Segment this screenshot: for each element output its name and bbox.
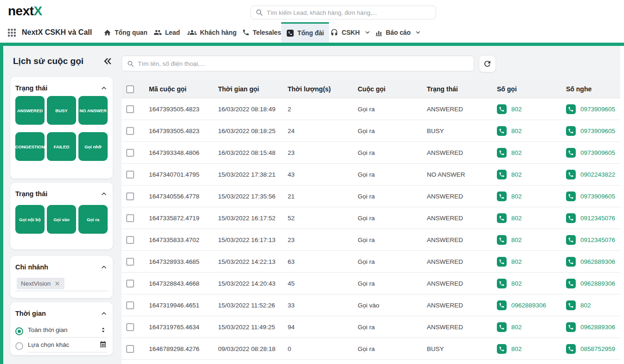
scrollbar-track[interactable] bbox=[620, 46, 624, 364]
cell-caller-number[interactable]: 802 bbox=[511, 215, 522, 222]
time-option-all[interactable]: Toàn thời gian bbox=[15, 325, 108, 338]
phone-icon bbox=[566, 148, 576, 158]
chevron-up-icon[interactable] bbox=[100, 310, 108, 317]
cell-caller-number[interactable]: 802 bbox=[511, 345, 522, 352]
table-header-row: Mã cuộc gọi Thời gian gọi Thời lượng(s) … bbox=[122, 80, 624, 98]
nav-item-lead[interactable]: Lead bbox=[154, 22, 180, 43]
cell-callee-number[interactable]: 0973909605 bbox=[580, 106, 615, 113]
nav-item-label: Tổng quan bbox=[115, 29, 148, 36]
nav-item-tong-dai[interactable]: Tổng đài bbox=[281, 22, 329, 43]
row-checkbox[interactable] bbox=[126, 280, 134, 287]
filter-button-busy[interactable]: BUSY bbox=[47, 96, 76, 125]
row-checkbox[interactable] bbox=[126, 301, 134, 309]
collapse-sidebar-button[interactable] bbox=[103, 56, 113, 66]
cell-callee-number[interactable]: 0962889306 bbox=[580, 280, 615, 287]
cell-callee-number[interactable]: 0962889306 bbox=[580, 324, 615, 331]
table-row[interactable]: 1647319765.4634 15/03/2022 11:49:25 94 G… bbox=[122, 316, 624, 338]
global-search-input[interactable]: Tìm kiếm Lead, khách hàng, đơn hàng,... bbox=[251, 6, 436, 19]
filter-button-goi-nho[interactable]: Gọi nhỡ bbox=[78, 132, 108, 161]
row-checkbox[interactable] bbox=[126, 345, 134, 353]
row-checkbox[interactable] bbox=[126, 171, 134, 179]
row-checkbox[interactable] bbox=[126, 192, 134, 200]
chevron-up-icon[interactable] bbox=[100, 84, 108, 92]
cell-callee-number[interactable]: 0858752959 bbox=[580, 345, 615, 352]
cell-callee-number[interactable]: 0912345076 bbox=[580, 236, 615, 243]
cell-call-id: 1647335833.4702 bbox=[149, 236, 218, 243]
col-header-so-goi: Số gọi bbox=[497, 85, 566, 93]
table-row[interactable]: 1647393505.4823 16/03/2022 08:18:25 24 G… bbox=[122, 120, 624, 142]
cell-duration: 94 bbox=[288, 324, 358, 331]
filter-button-answered[interactable]: ANSWERED bbox=[15, 96, 45, 125]
cell-call-time: 15/03/2022 14:22:13 bbox=[218, 258, 288, 265]
cell-callee-number[interactable]: 0973909605 bbox=[580, 193, 615, 200]
sort-icon[interactable] bbox=[100, 326, 107, 333]
cell-callee-number[interactable]: 0962889306 bbox=[580, 258, 615, 265]
branch-tag-label: NextVision bbox=[21, 280, 51, 287]
filter-button-goi-vao[interactable]: Gọi vào bbox=[47, 205, 76, 234]
table-row[interactable]: 1647340556.4778 15/03/2022 17:35:56 21 G… bbox=[122, 185, 624, 207]
chevron-up-icon[interactable] bbox=[100, 263, 108, 271]
table-row[interactable]: 1647393505.4823 16/03/2022 08:18:49 2 Gọ… bbox=[122, 98, 624, 120]
calendar-icon[interactable] bbox=[99, 341, 107, 348]
nav-item-tong-quan[interactable]: Tổng quan bbox=[103, 22, 148, 43]
table-search-input[interactable]: Tìm tên, số điện thoại,... bbox=[122, 56, 474, 71]
table-row[interactable]: 1647335872.4719 15/03/2022 16:17:52 52 G… bbox=[122, 207, 624, 229]
nav-item-cskh[interactable]: CSKH bbox=[330, 22, 370, 43]
filter-button-goi-ra[interactable]: Gọi ra bbox=[78, 205, 108, 234]
filter-button-no-answer[interactable]: NO ANSWER bbox=[78, 96, 108, 125]
cell-caller-number[interactable]: 802 bbox=[511, 171, 522, 178]
filter-button-failed[interactable]: FAILED bbox=[47, 132, 76, 161]
row-checkbox[interactable] bbox=[126, 105, 134, 113]
nav-item-bao-cao[interactable]: Báo cáo bbox=[375, 22, 422, 43]
radio-selected[interactable] bbox=[15, 327, 23, 335]
radio-unselected[interactable] bbox=[15, 342, 23, 350]
cell-call-id: 1647319765.4634 bbox=[149, 324, 218, 331]
chevron-up-icon[interactable] bbox=[100, 190, 108, 198]
cell-caller-number[interactable]: 802 bbox=[511, 193, 522, 200]
cell-call-id: 1647393505.4823 bbox=[149, 106, 218, 113]
row-checkbox[interactable] bbox=[126, 149, 134, 157]
cell-call-type: Gọi ra bbox=[358, 345, 427, 352]
branch-select-field[interactable]: NextVision bbox=[15, 278, 108, 291]
cell-caller-number[interactable]: 0962889306 bbox=[511, 302, 546, 309]
time-option-custom[interactable]: Lựa chọn khác bbox=[15, 339, 108, 352]
filter-button-congestion[interactable]: CONGESTION bbox=[15, 132, 45, 161]
cell-caller-number[interactable]: 802 bbox=[511, 106, 522, 113]
table-row[interactable]: 1647335833.4702 15/03/2022 16:17:13 23 G… bbox=[122, 229, 624, 251]
cell-caller-number[interactable]: 802 bbox=[511, 128, 522, 134]
table-row[interactable]: 1647340701.4795 15/03/2022 17:38:21 43 G… bbox=[122, 164, 624, 185]
table-row[interactable]: 1647393348.4806 16/03/2022 08:15:48 23 G… bbox=[122, 142, 624, 164]
row-checkbox[interactable] bbox=[126, 323, 134, 331]
cell-callee-number[interactable]: 0973909605 bbox=[580, 149, 615, 156]
cell-callee-number[interactable]: 802 bbox=[580, 302, 591, 309]
cell-callee-number[interactable]: 0912345076 bbox=[580, 215, 615, 222]
cell-callee-number[interactable]: 0973909605 bbox=[580, 128, 615, 134]
cell-caller-number[interactable]: 802 bbox=[511, 324, 522, 331]
cell-callee-number[interactable]: 0902243822 bbox=[580, 171, 615, 178]
remove-tag-icon[interactable] bbox=[54, 281, 60, 287]
refresh-button[interactable] bbox=[479, 55, 496, 72]
table-row[interactable]: 1646789298.4276 09/03/2022 08:28:18 0 Gọ… bbox=[122, 338, 624, 360]
brand-logo[interactable]: nextX bbox=[8, 4, 42, 19]
cell-caller-number[interactable]: 802 bbox=[511, 280, 522, 287]
row-checkbox[interactable] bbox=[126, 127, 134, 135]
cell-caller-number[interactable]: 802 bbox=[511, 258, 522, 265]
row-checkbox[interactable] bbox=[126, 258, 134, 266]
cell-call-type: Gọi ra bbox=[358, 236, 427, 243]
nav-item-telesales[interactable]: Telesales bbox=[242, 22, 281, 43]
table-row[interactable]: 1647328843.4668 15/03/2022 14:20:43 45 G… bbox=[122, 273, 624, 294]
nav-item-khach-hang[interactable]: Khách hàng bbox=[187, 22, 237, 43]
refresh-icon bbox=[483, 59, 492, 68]
cell-caller-number[interactable]: 802 bbox=[511, 236, 522, 243]
table-row[interactable]: 1647328933.4685 15/03/2022 14:22:13 63 G… bbox=[122, 251, 624, 273]
search-icon bbox=[256, 9, 263, 16]
brand-logo-suffix: X bbox=[34, 4, 42, 18]
cell-call-id: 1646789298.4276 bbox=[149, 345, 218, 352]
filter-button-goi-noi-bo[interactable]: Gọi nội bộ bbox=[15, 205, 45, 234]
table-row[interactable]: 1647319946.4651 15/03/2022 11:52:26 33 G… bbox=[122, 294, 624, 316]
apps-grid-icon[interactable] bbox=[8, 29, 16, 37]
row-checkbox[interactable] bbox=[126, 236, 134, 244]
row-checkbox[interactable] bbox=[126, 214, 134, 222]
select-all-checkbox[interactable] bbox=[126, 85, 134, 93]
cell-caller-number[interactable]: 802 bbox=[511, 149, 522, 156]
